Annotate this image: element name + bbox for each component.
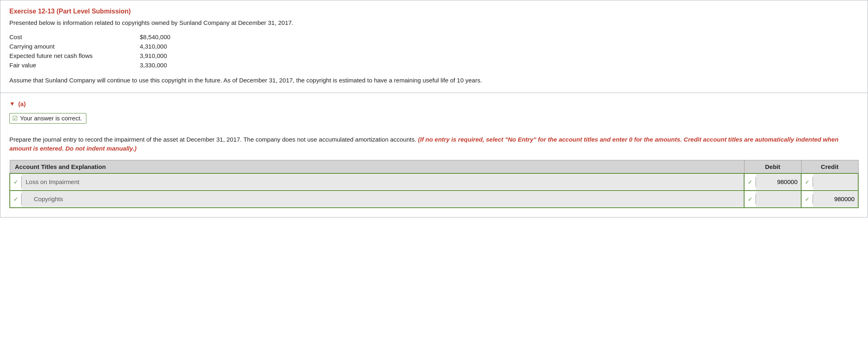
account-cell: ✓	[10, 173, 744, 191]
data-label: Cost	[9, 33, 140, 40]
check-icon: ☑	[12, 115, 18, 122]
data-label: Carrying amount	[9, 43, 140, 50]
account-input[interactable]	[22, 174, 744, 190]
data-label: Expected future net cash flows	[9, 52, 140, 59]
account-input[interactable]	[22, 191, 744, 207]
data-value: 4,310,000	[140, 43, 167, 50]
table-row: ✓✓✓	[10, 173, 858, 191]
data-value: $8,540,000	[140, 33, 170, 40]
correct-text: Your answer is correct.	[20, 115, 82, 122]
data-value: 3,330,000	[140, 62, 167, 69]
data-row: Cost$8,540,000	[9, 33, 859, 40]
credit-check-icon: ✓	[802, 177, 813, 187]
part-header: ▼ (a)	[9, 100, 859, 107]
col-header-debit: Debit	[744, 160, 801, 173]
row-check-icon: ✓	[10, 193, 22, 205]
data-value: 3,910,000	[140, 52, 167, 59]
debit-cell: ✓	[744, 191, 801, 208]
row-check-icon: ✓	[10, 176, 22, 188]
exercise-title: Exercise 12-13 (Part Level Submission)	[9, 8, 859, 15]
correct-wrapper: ☑ Your answer is correct.	[9, 113, 859, 129]
data-row: Fair value3,330,000	[9, 62, 859, 69]
account-cell: ✓	[10, 191, 744, 208]
bottom-section: ▼ (a) ☑ Your answer is correct. Prepare …	[0, 93, 868, 218]
col-header-account: Account Titles and Explanation	[10, 160, 744, 173]
debit-check-icon: ✓	[745, 194, 756, 204]
journal-table: Account Titles and Explanation Debit Cre…	[9, 160, 859, 208]
credit-input[interactable]	[813, 174, 858, 190]
table-row: ✓✓✓	[10, 191, 858, 208]
correct-badge: ☑ Your answer is correct.	[9, 113, 86, 124]
prepare-text: Prepare the journal entry to record the …	[9, 135, 859, 153]
data-table: Cost$8,540,000Carrying amount4,310,000Ex…	[9, 33, 859, 69]
credit-input[interactable]	[813, 191, 858, 207]
assume-text: Assume that Sunland Company will continu…	[9, 76, 859, 85]
data-row: Carrying amount4,310,000	[9, 43, 859, 50]
prepare-text-main: Prepare the journal entry to record the …	[9, 136, 416, 143]
data-row: Expected future net cash flows3,910,000	[9, 52, 859, 59]
credit-cell: ✓	[801, 173, 858, 191]
top-section: Exercise 12-13 (Part Level Submission) P…	[0, 0, 868, 93]
debit-input[interactable]	[756, 191, 801, 207]
debit-check-icon: ✓	[745, 177, 756, 187]
triangle-icon: ▼	[9, 100, 15, 107]
data-label: Fair value	[9, 62, 140, 69]
part-label: (a)	[18, 100, 26, 107]
col-header-credit: Credit	[801, 160, 858, 173]
table-header-row: Account Titles and Explanation Debit Cre…	[10, 160, 858, 173]
debit-input[interactable]	[756, 174, 801, 190]
credit-cell: ✓	[801, 191, 858, 208]
credit-check-icon: ✓	[802, 194, 813, 204]
debit-cell: ✓	[744, 173, 801, 191]
intro-text: Presented below is information related t…	[9, 19, 859, 26]
